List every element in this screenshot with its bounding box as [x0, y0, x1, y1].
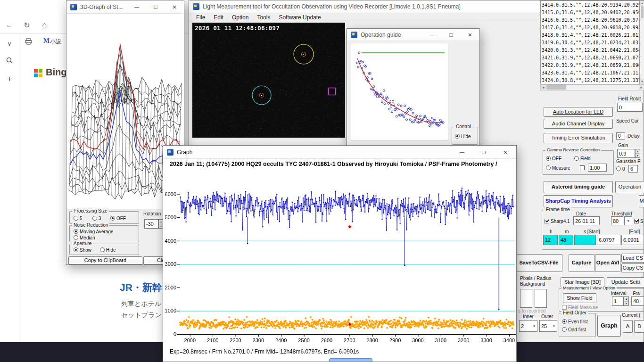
- noise-reduction-median[interactable]: Median: [74, 235, 95, 240]
- maximize-icon[interactable]: □: [146, 0, 165, 13]
- inner-radius-combo[interactable]: 2▼: [519, 320, 537, 332]
- auto-location-led-button[interactable]: Auto Location for LED: [544, 107, 613, 117]
- operation-guide-titlebar[interactable]: Operation guide — □ ×: [347, 29, 479, 41]
- gain-input[interactable]: 0.9: [617, 149, 635, 158]
- field-order-odd[interactable]: Odd first: [562, 327, 586, 332]
- gamma-checkbox[interactable]: [580, 165, 586, 171]
- hour-field[interactable]: 12: [543, 235, 558, 245]
- save-to-csv-button[interactable]: SaveToCSV-File: [515, 254, 562, 272]
- maximize-icon[interactable]: □: [442, 29, 461, 41]
- m-button[interactable]: M: [639, 195, 644, 207]
- current-a-button[interactable]: A: [623, 320, 633, 333]
- gaussian-option[interactable]: 0: [616, 166, 625, 172]
- field-rotation-input[interactable]: 0: [617, 103, 643, 112]
- radius-listbox[interactable]: [520, 289, 532, 308]
- aperture-hide[interactable]: Hide: [100, 247, 116, 253]
- video-frame-canvas[interactable]: [192, 23, 345, 138]
- data-horizontal-scrollbar[interactable]: ◄ ►: [540, 84, 644, 90]
- processing-size-off[interactable]: OFF: [110, 216, 126, 221]
- processing-size-5[interactable]: 5: [74, 216, 83, 221]
- audio-channel-display-button[interactable]: Audio Channel Display: [544, 119, 613, 129]
- start-time-field[interactable]: 6.0797: [597, 235, 620, 245]
- sharp41-checkbox[interactable]: Sharp4.1: [545, 219, 570, 224]
- limovie-titlebar[interactable]: Light Measurement tool for Occultation O…: [189, 0, 540, 13]
- minimize-icon[interactable]: —: [423, 29, 442, 41]
- threshold-combo[interactable]: ▼: [624, 216, 632, 225]
- minimize-icon[interactable]: —: [127, 0, 146, 13]
- frame-input[interactable]: 48: [631, 296, 644, 306]
- operation-guide-button[interactable]: Operation: [615, 181, 644, 193]
- processing-size-3[interactable]: 3: [92, 216, 101, 221]
- search-icon[interactable]: [4, 55, 15, 66]
- control-hide-option[interactable]: Hide: [455, 134, 471, 139]
- scroll-thumb[interactable]: [546, 85, 566, 90]
- minute-field[interactable]: 48: [559, 235, 573, 245]
- speed-correction-input[interactable]: 0: [616, 132, 625, 140]
- s-checkbox[interactable]: S: [634, 219, 644, 224]
- field-measure-checkbox[interactable]: Field Measure: [562, 305, 598, 310]
- gamma-option-off[interactable]: OFF: [546, 156, 561, 161]
- control-label: Control: [454, 124, 472, 129]
- copy-to-clipboard-button[interactable]: Copy to ClipBoard: [68, 256, 142, 264]
- threshold-input[interactable]: 80: [611, 216, 623, 225]
- menu-item-tools[interactable]: Tools: [253, 13, 274, 22]
- light-curve-canvas[interactable]: [164, 168, 516, 346]
- open-avi-button[interactable]: Open AVI: [595, 254, 620, 272]
- noise-reduction-moving-average[interactable]: Moving Average: [74, 229, 114, 234]
- scroll-down-arrow[interactable]: ▼: [640, 79, 644, 84]
- gaussian-value-input[interactable]: 6: [628, 165, 638, 173]
- scroll-up-arrow[interactable]: ▲: [640, 1, 644, 6]
- outer-radius-combo[interactable]: 25▼: [539, 320, 557, 332]
- interval-spinner[interactable]: ▲▼: [624, 296, 629, 306]
- close-icon[interactable]: ×: [165, 0, 184, 13]
- menu-item-edit[interactable]: Edit: [209, 13, 228, 22]
- capture-button[interactable]: Capture: [569, 254, 594, 272]
- maximize-icon[interactable]: □: [473, 146, 495, 158]
- menu-item-option[interactable]: Option: [228, 13, 253, 22]
- data-vertical-scrollbar[interactable]: ▲ ▼: [640, 0, 644, 84]
- gamma-value-input[interactable]: 1.00: [588, 164, 607, 172]
- close-icon[interactable]: ×: [495, 146, 516, 158]
- gain-spinner[interactable]: ▲▼: [635, 149, 640, 158]
- interval-input[interactable]: 1: [612, 296, 624, 306]
- graph-button[interactable]: Graph: [597, 315, 621, 337]
- aperture-show[interactable]: Show: [74, 247, 91, 253]
- scroll-left-arrow[interactable]: ◄: [541, 85, 546, 90]
- field-order-even[interactable]: Even first: [562, 319, 588, 324]
- menu-item-software-update[interactable]: Software Update: [274, 13, 325, 22]
- printer-icon[interactable]: [23, 36, 34, 47]
- scroll-right-arrow[interactable]: ►: [639, 85, 644, 90]
- second-field[interactable]: [574, 235, 596, 245]
- star-3d-titlebar[interactable]: 3D-Graph of St... — □ ×: [66, 0, 184, 14]
- close-icon[interactable]: ×: [461, 29, 479, 41]
- date-input[interactable]: 26 01 11: [573, 216, 600, 225]
- home-icon[interactable]: ⌂: [39, 19, 50, 31]
- graph-titlebar[interactable]: Graph — □ ×: [163, 146, 516, 159]
- copy-csv-button[interactable]: Copy CS: [621, 263, 644, 272]
- background-listbox[interactable]: [535, 289, 547, 308]
- measurement-data-list[interactable]: 3414.0,31.5,"",12,48,20.9194,20.9298,341…: [540, 0, 640, 84]
- asteroid-timing-guide-button[interactable]: Asteroid timing guide: [544, 181, 613, 193]
- gamma-correction-group: Gamma Reverse Correction OFF Field Measu…: [543, 150, 614, 175]
- timing-error-simulation-button[interactable]: Timing Error Simul­ation: [544, 133, 613, 143]
- rotation-input[interactable]: -30: [144, 219, 158, 229]
- scroll-thumb[interactable]: [641, 6, 644, 18]
- tab-title[interactable]: 小説: [50, 38, 61, 46]
- radio-label: Hide: [461, 134, 471, 139]
- sharpcap-timing-button[interactable]: SharpCap Timing Analysis: [544, 195, 613, 207]
- gamma-option-measure[interactable]: Measure: [546, 165, 570, 171]
- show-field-button[interactable]: Show Field: [563, 293, 596, 303]
- page-heading[interactable]: JR・新幹: [120, 281, 162, 294]
- bing-logo-text[interactable]: Bing: [46, 67, 66, 78]
- menu-item-file[interactable]: File: [192, 13, 209, 22]
- end-time-field[interactable]: 6.0901: [621, 235, 644, 245]
- refresh-icon[interactable]: ↻: [21, 19, 33, 31]
- minimize-icon[interactable]: —: [451, 146, 473, 158]
- gamma-option-field[interactable]: Field: [574, 156, 591, 161]
- frame-position-scrollbar[interactable]: [329, 358, 372, 362]
- back-icon[interactable]: ←: [4, 19, 15, 31]
- collapse-sidebar-icon[interactable]: ∨: [4, 38, 15, 49]
- current-b-button[interactable]: B: [634, 320, 644, 333]
- new-tab-icon[interactable]: +: [4, 74, 15, 85]
- load-csv-button[interactable]: Load CS: [621, 254, 644, 263]
